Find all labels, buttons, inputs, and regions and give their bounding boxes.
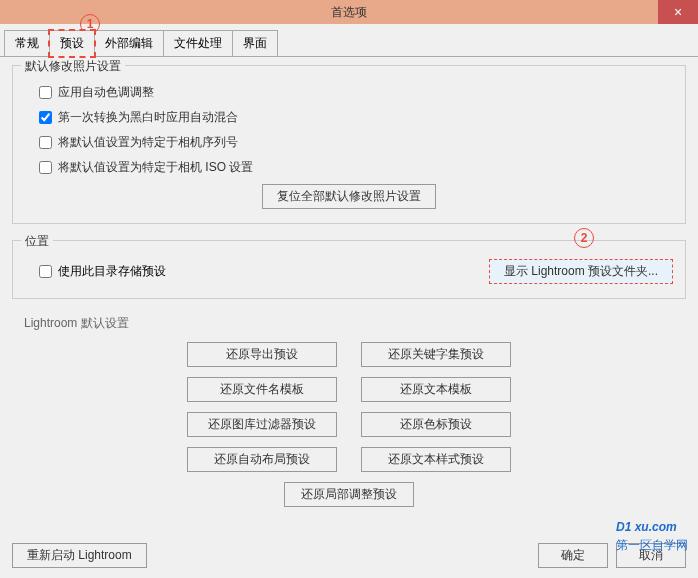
ok-button[interactable]: 确定 [538, 543, 608, 568]
auto-tone-label: 应用自动色调调整 [58, 84, 154, 101]
window-title: 首选项 [331, 4, 367, 21]
tab-interface[interactable]: 界面 [232, 30, 278, 56]
reset-develop-defaults-button[interactable]: 复位全部默认修改照片设置 [262, 184, 436, 209]
restore-export-presets-button[interactable]: 还原导出预设 [187, 342, 337, 367]
show-presets-folder-button[interactable]: 显示 Lightroom 预设文件夹... [489, 259, 673, 284]
store-presets-label: 使用此目录存储预设 [58, 263, 166, 280]
restore-text-templates-button[interactable]: 还原文本模板 [361, 377, 511, 402]
tab-external-edit[interactable]: 外部编辑 [94, 30, 164, 56]
camera-iso-label: 将默认值设置为特定于相机 ISO 设置 [58, 159, 253, 176]
tab-bar: 常规 预设 外部编辑 文件处理 界面 [0, 24, 698, 57]
restore-text-style-presets-button[interactable]: 还原文本样式预设 [361, 447, 511, 472]
restore-library-filter-presets-button[interactable]: 还原图库过滤器预设 [187, 412, 337, 437]
tab-general[interactable]: 常规 [4, 30, 50, 56]
camera-serial-checkbox[interactable] [39, 136, 52, 149]
auto-tone-checkbox[interactable] [39, 86, 52, 99]
lightroom-defaults-group: Lightroom 默认设置 还原导出预设 还原关键字集预设 还原文件名模板 还… [12, 315, 686, 521]
cancel-button[interactable]: 取消 [616, 543, 686, 568]
group-legend: 默认修改照片设置 [21, 58, 125, 75]
restore-auto-layout-presets-button[interactable]: 还原自动布局预设 [187, 447, 337, 472]
tab-file-handling[interactable]: 文件处理 [163, 30, 233, 56]
restore-color-label-presets-button[interactable]: 还原色标预设 [361, 412, 511, 437]
camera-serial-label: 将默认值设置为特定于相机序列号 [58, 134, 238, 151]
restore-keyword-set-presets-button[interactable]: 还原关键字集预设 [361, 342, 511, 367]
restore-local-adjustment-presets-button[interactable]: 还原局部调整预设 [284, 482, 414, 507]
store-presets-with-catalog-checkbox[interactable] [39, 265, 52, 278]
close-button[interactable]: × [658, 0, 698, 24]
group-legend: Lightroom 默认设置 [24, 315, 674, 332]
group-legend: 位置 [21, 233, 53, 250]
auto-mix-bw-label: 第一次转换为黑白时应用自动混合 [58, 109, 238, 126]
default-develop-group: 默认修改照片设置 应用自动色调调整 第一次转换为黑白时应用自动混合 将默认值设置… [12, 65, 686, 224]
restore-filename-templates-button[interactable]: 还原文件名模板 [187, 377, 337, 402]
location-group: 位置 使用此目录存储预设 显示 Lightroom 预设文件夹... [12, 240, 686, 299]
camera-iso-checkbox[interactable] [39, 161, 52, 174]
auto-mix-bw-checkbox[interactable] [39, 111, 52, 124]
tab-presets[interactable]: 预设 [49, 30, 95, 57]
restart-lightroom-button[interactable]: 重新启动 Lightroom [12, 543, 147, 568]
